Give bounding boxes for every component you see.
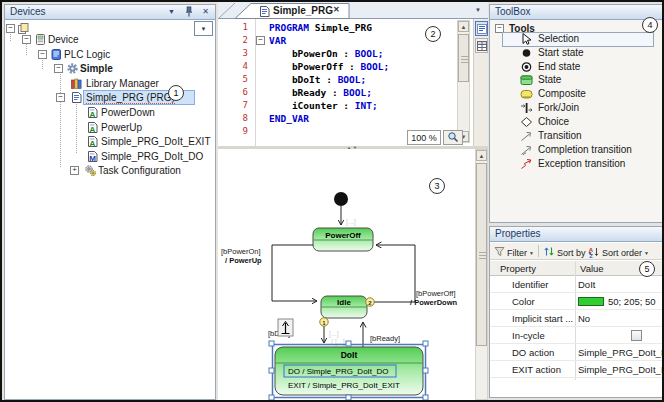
diagram-scroll-thumb[interactable] <box>476 163 487 346</box>
fold-collapse-icon[interactable]: − <box>256 36 265 45</box>
tab-list-dropdown-icon[interactable]: ▼ <box>475 7 481 13</box>
tree-item-simple-prg-doit-exit[interactable]: ASimple_PRG_DoIt_EXIT <box>5 134 215 149</box>
tab-close-icon[interactable]: ✕ <box>333 5 340 14</box>
property-row-color[interactable]: Color50; 205; 50 <box>490 293 663 310</box>
filter-icon <box>494 246 505 259</box>
property-value[interactable]: No <box>578 313 590 324</box>
property-row-exit-action[interactable]: EXIT actionSimple_PRG_DoIt_EXIT <box>490 361 663 378</box>
toolbox-item-completion-transition[interactable]: Completion transition <box>490 144 663 158</box>
guard-label[interactable]: [bPowerOn] <box>221 247 261 256</box>
code-line-5[interactable]: 5 bDoIt : BOOL; <box>218 73 488 86</box>
editor-tabstrip: Simple_PRG ✕ ▼ <box>218 2 488 19</box>
toolbox-item-composite[interactable]: Composite <box>490 88 663 102</box>
tree-item-powerdown[interactable]: APowerDown <box>5 105 215 120</box>
property-row-do-action[interactable]: DO actionSimple_PRG_DoIt_DO <box>490 344 663 361</box>
action-label[interactable]: / PowerDown <box>410 298 458 307</box>
action-a-icon: A <box>86 121 99 134</box>
code-text: iCounter : INT; <box>269 99 378 112</box>
priority-badge-2: 2 <box>366 298 374 306</box>
choice-icon <box>520 116 533 128</box>
toolbox-item-transition[interactable]: Transition <box>490 130 663 144</box>
state-poweroff[interactable]: PowerOff <box>313 228 373 251</box>
column-value[interactable]: Value <box>580 263 604 274</box>
in-cycle-checkbox[interactable] <box>631 330 642 341</box>
device-icon <box>34 33 47 46</box>
state-doit[interactable]: DoIt DO / Simple_PRG_DoIt_DO EXIT / Simp… <box>273 345 426 398</box>
callout-5: 5 <box>639 261 655 277</box>
do-action-label[interactable]: DO / Simple_PRG_DoIt_DO <box>288 367 388 376</box>
tree-item-simple-prg-doit-do[interactable]: MSimple_PRG_DoIt_DO <box>5 149 215 164</box>
svg-text:A: A <box>90 125 96 134</box>
scroll-up-icon[interactable]: ▲ <box>476 150 487 161</box>
toolbox-item-start-state[interactable]: Start state <box>490 47 663 61</box>
toolbox-item-label: End state <box>538 61 580 72</box>
code-line-7[interactable]: 7 iCounter : INT; <box>218 99 488 112</box>
sort-order-button[interactable]: AZ Sort order▼ <box>588 246 649 260</box>
code-line-8[interactable]: 8END_VAR <box>218 112 488 125</box>
editor-vscrollbar[interactable]: ▲ ▼ <box>457 20 470 143</box>
guard-label[interactable]: [bReady] <box>370 334 400 343</box>
panel-dropdown-icon[interactable]: ▼ <box>165 6 178 18</box>
exit-action-label[interactable]: EXIT / Simple_PRG_DoIt_EXIT <box>288 381 400 390</box>
collapse-icon[interactable]: − <box>56 93 65 102</box>
action-label[interactable]: / PowerUp <box>225 256 262 265</box>
state-idle[interactable]: Idle <box>321 296 367 318</box>
pin-icon[interactable] <box>182 6 195 18</box>
tree-item-plc-logic[interactable]: −PLC Logic <box>5 47 215 62</box>
property-row-in-cycle[interactable]: In-cycle <box>490 327 663 344</box>
code-line-3[interactable]: 3 bPowerOn : BOOL; <box>218 47 488 60</box>
toolbox-item-state[interactable]: State <box>490 74 663 88</box>
diagram-vscrollbar[interactable]: ▲ <box>475 149 488 400</box>
initial-state[interactable] <box>334 192 348 206</box>
collapse-icon[interactable]: − <box>38 50 47 59</box>
svg-text:PowerOff: PowerOff <box>325 231 361 240</box>
tree-item-device[interactable]: −Device <box>5 32 215 47</box>
table-view-button[interactable] <box>475 38 488 53</box>
tree-item-task-configuration[interactable]: +Task Configuration <box>5 163 215 178</box>
tree-item-label: PLC Logic <box>64 49 110 60</box>
expand-icon[interactable]: + <box>70 166 79 175</box>
devices-tree: −▼−Device−PLC Logic−SimpleLibrary Manage… <box>5 21 215 399</box>
property-value[interactable]: DoIt <box>578 279 595 290</box>
task-config-icon <box>84 164 97 177</box>
code-line-2[interactable]: 2−VAR <box>218 34 488 47</box>
tree-item-powerup[interactable]: APowerUp <box>5 120 215 135</box>
transition-powerdown[interactable] <box>371 245 415 302</box>
code-line-4[interactable]: 4 bPowerOff : BOOL; <box>218 60 488 73</box>
magnifier-button[interactable] <box>443 130 463 145</box>
toolbox-panel: ToolBox − Tools SelectionStart stateEnd … <box>489 4 664 223</box>
collapse-icon[interactable]: − <box>22 35 31 44</box>
column-property[interactable]: Property <box>500 263 536 274</box>
transition-powerup[interactable] <box>272 245 317 301</box>
toolbox-item-label: Choice <box>538 116 569 127</box>
property-row-identifier[interactable]: IdentifierDoIt <box>490 276 663 293</box>
code-line-1[interactable]: 1PROGRAM Simple_PRG <box>218 21 488 34</box>
sort-by-button[interactable]: Sort by▼ <box>543 246 592 259</box>
property-value[interactable]: 50; 205; 50 <box>608 296 656 307</box>
tree-item-simple[interactable]: −Simple <box>5 61 215 76</box>
tree-item-library-manager[interactable]: Library Manager <box>5 76 215 91</box>
transition-icon <box>520 130 533 142</box>
collapse-icon[interactable]: − <box>54 64 63 73</box>
toolbox-item-selection[interactable]: Selection <box>490 33 663 47</box>
code-line-6[interactable]: 6 bReady : BOOL; <box>218 86 488 99</box>
property-value[interactable]: Simple_PRG_DoIt_DO <box>578 347 664 358</box>
toolbox-item-fork-join[interactable]: Fork/Join <box>490 102 663 116</box>
toolbox-item-choice[interactable]: Choice <box>490 116 663 130</box>
toolbox-item-end-state[interactable]: End state <box>490 61 663 75</box>
property-row-implicit-start[interactable]: Implicit start ...No <box>490 310 663 327</box>
property-value[interactable]: Simple_PRG_DoIt_EXIT <box>578 364 664 375</box>
tab-simple-prg[interactable]: Simple_PRG <box>273 5 333 16</box>
close-icon[interactable]: ✕ <box>199 6 212 18</box>
color-swatch[interactable] <box>578 297 604 306</box>
scroll-up-icon[interactable]: ▲ <box>458 21 469 32</box>
toolbox-item-exception-transition[interactable]: Exception transition <box>490 158 663 172</box>
declaration-view-button[interactable] <box>475 21 488 36</box>
editor-scroll-thumb[interactable] <box>458 34 469 82</box>
properties-panel: Properties Filter▼ Sort by▼ AZ Sort orde… <box>489 226 664 398</box>
label-anchor-icon[interactable] <box>278 319 293 336</box>
filter-button[interactable]: Filter▼ <box>494 246 534 259</box>
guard-label[interactable]: [bPowerOff] <box>416 289 455 298</box>
editor-zoom-level[interactable]: 100 % <box>407 130 441 145</box>
code-editor[interactable]: 1PROGRAM Simple_PRG2−VAR3 bPowerOn : BOO… <box>218 19 488 146</box>
